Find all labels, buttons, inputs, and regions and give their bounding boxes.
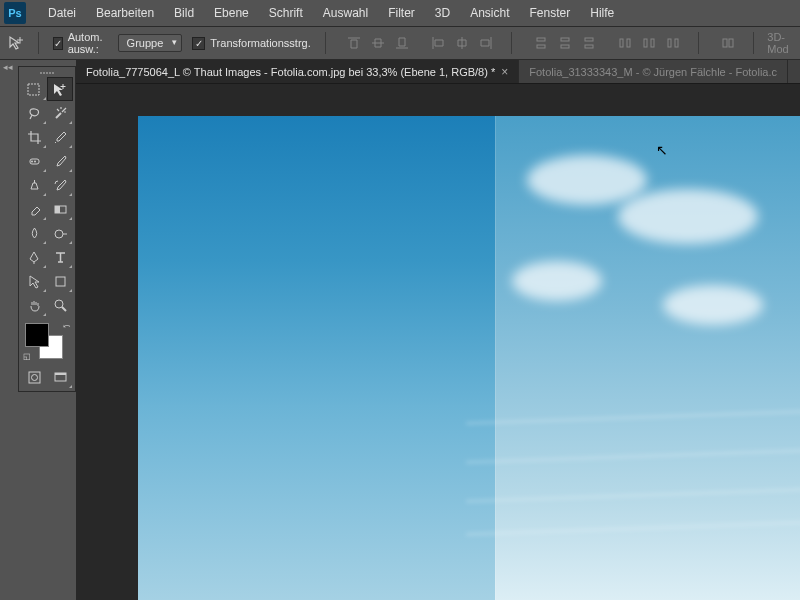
path-selection-tool[interactable] [21, 269, 47, 293]
screen-mode-tool[interactable] [47, 365, 73, 389]
svg-rect-0 [537, 38, 545, 41]
align-group-1 [343, 33, 413, 53]
collapse-arrows-icon[interactable]: ◂◂ [3, 62, 13, 72]
menu-3d[interactable]: 3D [425, 2, 460, 24]
move-tool[interactable] [47, 77, 73, 101]
separator [753, 32, 754, 54]
menu-view[interactable]: Ansicht [460, 2, 519, 24]
distribute-group-2 [614, 33, 684, 53]
quick-mask-tool[interactable] [21, 365, 47, 389]
color-swatches: ⤺ ◱ [21, 321, 75, 361]
align-left-icon[interactable] [427, 33, 449, 53]
distribute-vcenter-icon[interactable] [554, 33, 576, 53]
svg-point-22 [55, 300, 63, 308]
svg-rect-14 [28, 84, 39, 95]
healing-brush-tool[interactable] [21, 149, 47, 173]
menu-window[interactable]: Fenster [520, 2, 581, 24]
svg-rect-10 [668, 39, 671, 47]
clouds-layer [495, 116, 800, 600]
menu-file[interactable]: Datei [38, 2, 86, 24]
clone-stamp-tool[interactable] [21, 173, 47, 197]
svg-rect-3 [561, 45, 569, 48]
canvas[interactable] [138, 116, 800, 600]
document-tab-bar: Fotolia_7775064_L © Thaut Images - Fotol… [76, 60, 800, 84]
svg-point-16 [31, 160, 33, 162]
menu-bar: Ps Datei Bearbeiten Bild Ebene Schrift A… [0, 0, 800, 26]
menu-layer[interactable]: Ebene [204, 2, 259, 24]
menu-select[interactable]: Auswahl [313, 2, 378, 24]
align-top-icon[interactable] [343, 33, 365, 53]
lasso-tool[interactable] [21, 101, 47, 125]
hand-tool[interactable] [21, 293, 47, 317]
distribute-left-icon[interactable] [614, 33, 636, 53]
dodge-tool[interactable] [47, 221, 73, 245]
svg-rect-8 [644, 39, 647, 47]
tab-label: Fotolia_31333343_M - © Jürgen Fälchle - … [529, 66, 777, 78]
svg-rect-9 [651, 39, 654, 47]
distribute-hcenter-icon[interactable] [638, 33, 660, 53]
toolbox: ⤺ ◱ [18, 66, 76, 392]
document-tab-active[interactable]: Fotolia_7775064_L © Thaut Images - Fotol… [76, 60, 519, 83]
close-icon[interactable]: × [501, 65, 508, 79]
menu-type[interactable]: Schrift [259, 2, 313, 24]
eyedropper-tool[interactable] [47, 125, 73, 149]
marquee-tool[interactable] [21, 77, 47, 101]
auto-select-option[interactable]: ✓ Autom. ausw.: [53, 31, 108, 55]
history-brush-tool[interactable] [47, 173, 73, 197]
separator [325, 32, 326, 54]
separator [38, 32, 39, 54]
transform-controls-option[interactable]: ✓ Transformationsstrg. [192, 37, 310, 50]
align-hcenter-icon[interactable] [451, 33, 473, 53]
current-tool-icon[interactable] [8, 32, 24, 54]
brush-tool[interactable] [47, 149, 73, 173]
svg-rect-2 [561, 38, 569, 41]
svg-rect-23 [29, 372, 40, 383]
tab-label: Fotolia_7775064_L © Thaut Images - Fotol… [86, 66, 495, 78]
crop-tool[interactable] [21, 125, 47, 149]
app-logo: Ps [4, 2, 26, 24]
svg-rect-5 [585, 45, 593, 48]
align-vcenter-icon[interactable] [367, 33, 389, 53]
sky-image [138, 116, 800, 600]
group-dropdown[interactable]: Gruppe [118, 34, 183, 52]
menu-edit[interactable]: Bearbeiten [86, 2, 164, 24]
svg-rect-26 [55, 373, 66, 375]
type-tool[interactable] [47, 245, 73, 269]
align-bottom-icon[interactable] [391, 33, 413, 53]
default-colors-icon[interactable]: ◱ [23, 352, 31, 361]
distribute-top-icon[interactable] [530, 33, 552, 53]
blur-tool[interactable] [21, 221, 47, 245]
transform-checkbox[interactable]: ✓ [192, 37, 205, 50]
svg-rect-19 [55, 206, 60, 213]
svg-rect-6 [620, 39, 623, 47]
toolbox-grip[interactable] [21, 69, 73, 77]
shape-tool[interactable] [47, 269, 73, 293]
menu-image[interactable]: Bild [164, 2, 204, 24]
align-group-2 [427, 33, 497, 53]
panel-collapse-strip: ◂◂ [0, 60, 16, 600]
svg-point-17 [34, 160, 36, 162]
transform-label: Transformationsstrg. [210, 37, 310, 49]
menu-help[interactable]: Hilfe [580, 2, 624, 24]
separator [511, 32, 512, 54]
eraser-tool[interactable] [21, 197, 47, 221]
magic-wand-tool[interactable] [47, 101, 73, 125]
svg-point-24 [31, 374, 37, 380]
pen-tool[interactable] [21, 245, 47, 269]
auto-select-label: Autom. ausw.: [68, 31, 108, 55]
zoom-tool[interactable] [47, 293, 73, 317]
separator [698, 32, 699, 54]
menu-filter[interactable]: Filter [378, 2, 425, 24]
document-tab-inactive[interactable]: Fotolia_31333343_M - © Jürgen Fälchle - … [519, 60, 788, 83]
svg-rect-13 [729, 39, 733, 47]
align-right-icon[interactable] [475, 33, 497, 53]
auto-align-icon[interactable] [717, 33, 739, 53]
distribute-bottom-icon[interactable] [578, 33, 600, 53]
foreground-color[interactable] [25, 323, 49, 347]
distribute-right-icon[interactable] [662, 33, 684, 53]
gradient-tool[interactable] [47, 197, 73, 221]
swap-colors-icon[interactable]: ⤺ [63, 321, 71, 331]
svg-rect-21 [56, 277, 65, 286]
mode-3d-label[interactable]: 3D-Mod [767, 31, 792, 55]
auto-select-checkbox[interactable]: ✓ [53, 37, 63, 50]
